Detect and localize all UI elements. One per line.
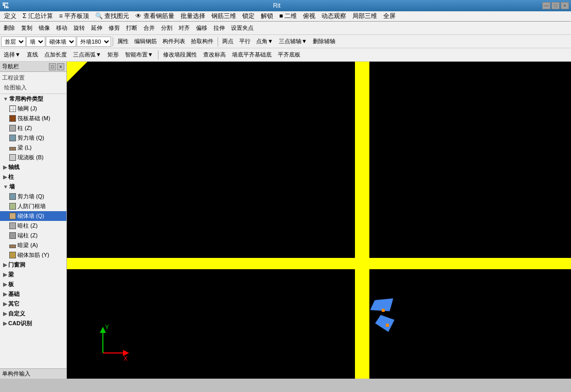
- btn-check-elevation[interactable]: 查改标高: [201, 49, 228, 61]
- btn-edit-rebar[interactable]: 编辑钢筋: [132, 36, 159, 47]
- tree-group-common-label[interactable]: ▼ 常用构件类型: [0, 94, 66, 104]
- maximize-button[interactable]: □: [551, 2, 560, 9]
- wall-type-select[interactable]: 砌体墙: [46, 36, 76, 47]
- grip-dot-2[interactable]: [386, 324, 389, 327]
- btn-break[interactable]: 打断: [123, 23, 140, 34]
- btn-move[interactable]: 移动: [53, 23, 70, 34]
- expand-icon-other: ▶: [3, 301, 7, 307]
- tree-group-wall-label[interactable]: ▼ 墙: [0, 182, 66, 192]
- btn-component-list[interactable]: 构件列表: [160, 36, 188, 47]
- tree-item-beam[interactable]: 梁 (L): [0, 143, 66, 153]
- thickness-select[interactable]: 外墙180: [77, 36, 111, 47]
- btn-align-foundation[interactable]: 墙底平齐基础底: [229, 49, 274, 61]
- btn-align[interactable]: 对齐: [176, 23, 192, 34]
- toolbar-layer: 首层 墙 砌体墙 外墙180 属性 编辑钢筋 构件列表 拾取构件 两点 平行 点…: [0, 35, 571, 48]
- tree-group-col: ▶ 柱: [0, 172, 66, 182]
- floor-select[interactable]: 首层: [1, 36, 26, 47]
- btn-align-slab[interactable]: 平齐底板: [275, 49, 303, 61]
- canvas-area[interactable]: X Y: [67, 62, 571, 379]
- left-panel: 导航栏 □ × 工程设置 绘图输入 ▼ 常用构件类型 轴网 (J): [0, 62, 67, 379]
- tree-item-hidden-column[interactable]: 暗柱 (Z): [0, 221, 66, 231]
- btn-trim[interactable]: 修剪: [106, 23, 122, 34]
- beam-icon: [9, 147, 16, 151]
- tree-item-masonry-rebar[interactable]: 砌体加筋 (Y): [0, 250, 66, 260]
- tree-group-cad-text: CAD识别: [8, 320, 32, 327]
- tree-group-foundation-label[interactable]: ▶ 基础: [0, 289, 66, 299]
- btn-three-point-axis[interactable]: 三点辅轴▼: [276, 36, 310, 47]
- selected-element-upper[interactable]: [367, 294, 397, 317]
- btn-point-angle[interactable]: 点角▼: [254, 36, 276, 47]
- menu-fullscreen[interactable]: 全屏: [380, 11, 399, 22]
- tree-item-column[interactable]: 柱 (Z): [0, 123, 66, 133]
- tree-group-cad-label[interactable]: ▶ CAD识别: [0, 319, 66, 328]
- tree-group-other-label[interactable]: ▶ 其它: [0, 299, 66, 309]
- btn-modify-wall-attr[interactable]: 修改墙段属性: [160, 49, 200, 61]
- btn-arc[interactable]: 三点画弧▼: [70, 49, 104, 61]
- tree-item-raft[interactable]: 筏板基础 (M): [0, 114, 66, 123]
- tree-group-beam-text: 梁: [8, 271, 14, 278]
- tree-group-opening-label[interactable]: ▶ 门窗洞: [0, 260, 66, 270]
- btn-merge[interactable]: 合并: [141, 23, 157, 34]
- tree-item-shear-wall2[interactable]: 剪力墙 (Q): [0, 192, 66, 201]
- btn-stretch[interactable]: 拉伸: [211, 23, 227, 34]
- nav-close-button[interactable]: ×: [57, 63, 64, 70]
- tree-group-col-label[interactable]: ▶ 柱: [0, 172, 66, 182]
- menu-lock[interactable]: 锁定: [239, 11, 258, 22]
- btn-copy[interactable]: 复制: [19, 23, 35, 34]
- tree-item-end-column[interactable]: 端柱 (Z): [0, 231, 66, 240]
- menu-2d[interactable]: ■ 二维: [276, 11, 300, 22]
- btn-extend[interactable]: 延伸: [88, 23, 105, 34]
- minimize-button[interactable]: —: [542, 2, 550, 9]
- tree-section: ▼ 常用构件类型 轴网 (J) 筏板基础 (M) 柱 (Z) 剪力墙: [0, 94, 66, 368]
- btn-parallel[interactable]: 平行: [237, 36, 253, 47]
- btn-rotate[interactable]: 旋转: [71, 23, 87, 34]
- btn-delete[interactable]: 删除: [1, 23, 17, 34]
- tree-group-axis-label[interactable]: ▶ 轴线: [0, 162, 66, 172]
- tree-group-custom-label[interactable]: ▶ 自定义: [0, 309, 66, 319]
- menu-top-view[interactable]: 俯视: [300, 11, 318, 22]
- btn-point-length[interactable]: 点加长度: [42, 49, 69, 61]
- tree-item-hidden-beam[interactable]: 暗梁 (A): [0, 240, 66, 250]
- menu-dynamic-view[interactable]: 动态观察: [318, 11, 349, 22]
- btn-split[interactable]: 分割: [158, 23, 175, 34]
- btn-pick-component[interactable]: 拾取构件: [188, 36, 216, 47]
- btn-offset[interactable]: 偏移: [193, 23, 210, 34]
- tree-item-axis-grid[interactable]: 轴网 (J): [0, 104, 66, 114]
- menu-batch-select[interactable]: 批量选择: [177, 11, 208, 22]
- close-button[interactable]: ×: [561, 2, 569, 9]
- expand-icon-foundation: ▶: [3, 291, 7, 297]
- btn-line[interactable]: 直线: [24, 49, 41, 61]
- element-type-select[interactable]: 墙: [26, 36, 45, 47]
- menu-align-top[interactable]: ≡ 平齐板顶: [56, 11, 92, 22]
- tree-item-defense-wall[interactable]: 人防门框墙: [0, 201, 66, 211]
- menu-summary[interactable]: Σ 汇总计算: [20, 11, 56, 22]
- grip-dot-1[interactable]: [382, 309, 385, 312]
- menu-define[interactable]: 定义: [1, 11, 20, 22]
- tree-item-masonry-wall[interactable]: 砌体墙 (Q): [0, 211, 66, 221]
- tree-group-other-text: 其它: [8, 300, 20, 308]
- menu-local-3d[interactable]: 局部三维: [349, 11, 380, 22]
- separator3: [158, 50, 158, 60]
- menu-find[interactable]: 🔍 查找图元: [92, 11, 132, 22]
- tree-item-cast-slab[interactable]: 现浇板 (B): [0, 153, 66, 162]
- project-label[interactable]: 工程设置: [2, 73, 64, 83]
- tree-group-foundation: ▶ 基础: [0, 289, 66, 299]
- menu-view-rebar[interactable]: 👁 查看钢筋量: [132, 11, 177, 22]
- btn-two-point[interactable]: 两点: [220, 36, 236, 47]
- btn-mirror[interactable]: 镜像: [36, 23, 52, 34]
- drawing-input[interactable]: 绘图输入: [2, 83, 64, 92]
- btn-smart-layout[interactable]: 智能布置▼: [122, 49, 156, 61]
- selected-element-lower[interactable]: [371, 312, 397, 334]
- masonry-rebar-icon: [9, 252, 16, 258]
- tree-item-shear-wall[interactable]: 剪力墙 (Q): [0, 133, 66, 143]
- tree-group-slab-label[interactable]: ▶ 板: [0, 279, 66, 289]
- menu-rebar-3d[interactable]: 钢筋三维: [208, 11, 239, 22]
- btn-rect[interactable]: 矩形: [105, 49, 121, 61]
- btn-delete-axis[interactable]: 删除辅轴: [310, 36, 338, 47]
- btn-set-grip[interactable]: 设置夹点: [228, 23, 256, 34]
- tree-group-beam-label[interactable]: ▶ 梁: [0, 270, 66, 279]
- menu-unlock[interactable]: 解锁: [258, 11, 276, 22]
- btn-select[interactable]: 选择▼: [1, 49, 23, 61]
- nav-dock-button[interactable]: □: [49, 63, 56, 70]
- btn-properties[interactable]: 属性: [115, 36, 131, 47]
